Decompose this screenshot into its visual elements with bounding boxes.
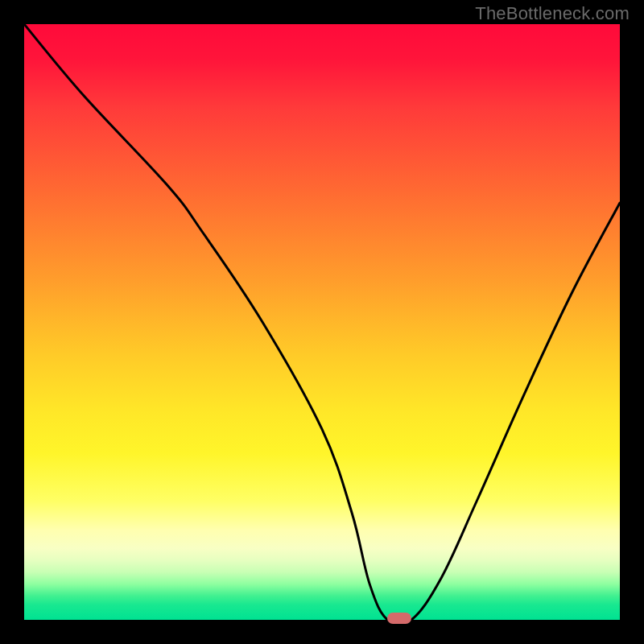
chart-area xyxy=(24,24,620,620)
optimal-point-marker xyxy=(387,613,411,624)
bottleneck-curve xyxy=(24,24,620,620)
watermark-text: TheBottleneck.com xyxy=(475,3,630,24)
